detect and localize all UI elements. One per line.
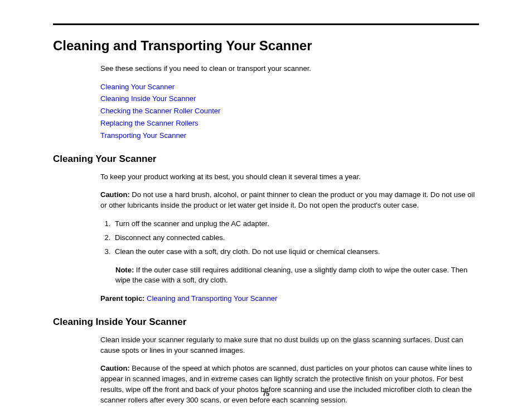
link-checking-roller-counter[interactable]: Checking the Scanner Roller Counter (100, 106, 479, 117)
caution-text: Do not use a hard brush, alcohol, or pai… (100, 190, 475, 209)
section1-intro: To keep your product working at its best… (100, 172, 479, 183)
page-number: 75 (0, 390, 532, 399)
page-title: Cleaning and Transporting Your Scanner (53, 36, 479, 56)
link-cleaning-inside-your-scanner[interactable]: Cleaning Inside Your Scanner (100, 94, 479, 104)
link-replacing-scanner-rollers[interactable]: Replacing the Scanner Rollers (100, 118, 479, 129)
toc-links: Cleaning Your Scanner Cleaning Inside Yo… (100, 82, 479, 141)
note-text: If the outer case still requires additio… (115, 266, 467, 285)
section1-heading: Cleaning Your Scanner (53, 152, 479, 166)
parent-topic: Parent topic: Cleaning and Transporting … (100, 294, 479, 304)
link-transporting-your-scanner[interactable]: Transporting Your Scanner (100, 131, 479, 141)
step-2: Disconnect any connected cables. (113, 233, 479, 243)
parent-topic-link[interactable]: Cleaning and Transporting Your Scanner (144, 294, 277, 303)
caution-label-2: Caution: (100, 364, 130, 372)
section2-caution: Caution: Because of the speed at which p… (100, 363, 479, 405)
link-cleaning-your-scanner[interactable]: Cleaning Your Scanner (100, 82, 479, 93)
section2-heading: Cleaning Inside Your Scanner (53, 315, 479, 329)
section2-intro: Clean inside your scanner regularly to m… (100, 335, 479, 356)
intro-text: See these sections if you need to clean … (100, 64, 479, 74)
section1-note: Note: If the outer case still requires a… (115, 265, 479, 286)
note-label: Note: (115, 266, 134, 274)
section1-caution: Caution: Do not use a hard brush, alcoho… (100, 190, 479, 211)
section1-steps: Turn off the scanner and unplug the AC a… (100, 219, 479, 257)
horizontal-rule (53, 23, 479, 25)
parent-topic-label: Parent topic: (100, 294, 144, 303)
step-1: Turn off the scanner and unplug the AC a… (113, 219, 479, 229)
step-3: Clean the outer case with a soft, dry cl… (113, 247, 479, 257)
caution-label: Caution: (100, 190, 130, 199)
